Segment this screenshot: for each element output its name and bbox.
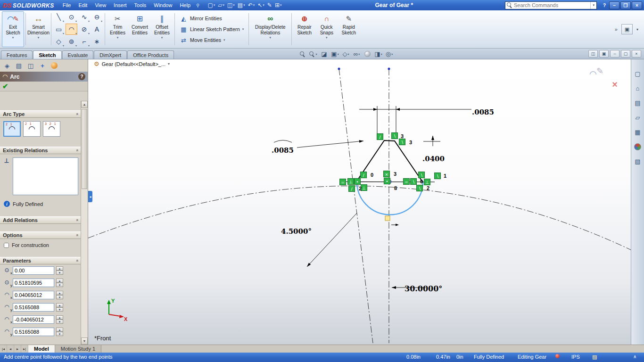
- dimension-left[interactable]: .0085: [272, 146, 294, 155]
- panel-splitter-handle[interactable]: ◂: [88, 191, 92, 202]
- doc-window-icon-1[interactable]: ◫: [588, 50, 598, 58]
- mirror-entities-button[interactable]: ◭ Mirror Entities: [178, 14, 246, 23]
- cancel-sketch-button[interactable]: ×: [612, 79, 618, 90]
- tab-scroll-prev[interactable]: ◂: [7, 345, 14, 353]
- design-library-icon[interactable]: ▤: [633, 98, 643, 107]
- panel-scrollbar[interactable]: ▲ ▼: [81, 101, 88, 345]
- menu-view[interactable]: View: [91, 0, 110, 10]
- options-button[interactable]: ⊞▾: [273, 1, 283, 9]
- centerpoint-arc-type-button[interactable]: ◠ 2 1: [3, 121, 21, 137]
- linear-sketch-pattern-button[interactable]: ▦ Linear Sketch Pattern ▾: [178, 25, 246, 34]
- units-selector[interactable]: IPS: [571, 354, 580, 360]
- close-button[interactable]: ×: [632, 1, 642, 9]
- menu-file[interactable]: File: [59, 0, 75, 10]
- sketch-fillet-tool[interactable]: ⌐▾: [78, 36, 90, 47]
- custom-properties-icon[interactable]: ▧: [633, 156, 643, 166]
- feature-tree-root-label[interactable]: Gear (Default<<Default>_...: [102, 61, 165, 67]
- trim-entities-button[interactable]: ✂ Trim Entities ▾: [107, 11, 129, 47]
- menu-help[interactable]: Help: [176, 0, 194, 10]
- configurationmanager-tab[interactable]: ◫: [25, 61, 36, 70]
- zoom-to-fit-button[interactable]: [298, 49, 307, 58]
- tab-scroll-last[interactable]: ▸|: [21, 345, 28, 353]
- tab-dimxpert[interactable]: DimXpert: [94, 50, 127, 59]
- scrollbar-thumb[interactable]: [82, 109, 87, 189]
- spline-tool[interactable]: ∿▾: [78, 11, 90, 23]
- featuremanager-tab[interactable]: ◈: [2, 61, 12, 70]
- ok-button[interactable]: ✔: [2, 82, 8, 90]
- appearances-scenes-icon[interactable]: [633, 142, 643, 151]
- display-delete-relations-button[interactable]: ∞ Display/Delete Relations ▾: [250, 11, 290, 47]
- move-entities-button[interactable]: ⇄ Move Entities ▾: [178, 36, 246, 45]
- exit-sketch-caret[interactable]: ▾: [12, 36, 14, 40]
- repair-sketch-button[interactable]: ⊕ Repair Sketch: [293, 11, 315, 47]
- section-view-button[interactable]: ◪: [320, 49, 329, 58]
- smart-dimension-caret[interactable]: ▾: [38, 36, 40, 40]
- move-entities-caret[interactable]: ▾: [223, 38, 225, 42]
- dimension-angle-large[interactable]: 30.0000°: [405, 284, 442, 293]
- help-button[interactable]: ?: [601, 1, 608, 9]
- quick-snaps-button[interactable]: ∩ Quick Snaps ▾: [315, 11, 338, 47]
- section-parameters[interactable]: Parameters «: [0, 257, 81, 264]
- section-existing-relations[interactable]: Existing Relations «: [0, 147, 81, 154]
- menu-tools[interactable]: Tools: [131, 0, 150, 10]
- construction-circle-tool[interactable]: ⊚▾: [66, 36, 77, 47]
- section-arc-type[interactable]: Arc Type «: [0, 110, 81, 118]
- hide-show-items-button[interactable]: ∞▾: [352, 49, 361, 58]
- section-options[interactable]: Options «: [0, 231, 81, 239]
- doc-window-icon-2[interactable]: ▣: [599, 50, 609, 58]
- center-y-input[interactable]: [13, 279, 54, 287]
- dimxpertmanager-tab[interactable]: +: [37, 61, 48, 70]
- menu-pin-icon[interactable]: ⚲: [196, 3, 199, 8]
- scrollbar-up-button[interactable]: ▲: [81, 101, 88, 108]
- dimension-top[interactable]: .0085: [472, 108, 494, 116]
- zoom-to-area-button[interactable]: ▾: [309, 49, 318, 58]
- minimize-button[interactable]: –: [609, 1, 619, 9]
- solidworks-resources-icon[interactable]: ⌂: [633, 83, 643, 93]
- view-settings-button[interactable]: ◎▾: [385, 49, 394, 58]
- menu-edit[interactable]: Edit: [74, 0, 91, 10]
- convert-entities-button[interactable]: ⊞ Convert Entities: [129, 11, 151, 47]
- tab-sketch[interactable]: Sketch: [33, 50, 61, 59]
- end-x-spinner[interactable]: ▲▼: [56, 315, 63, 324]
- tab-office-products[interactable]: Office Products: [127, 50, 174, 59]
- collapse-chevron-icon[interactable]: «: [74, 113, 79, 115]
- center-y-spinner[interactable]: ▲▼: [56, 279, 63, 287]
- display-style-button[interactable]: ◇▾: [341, 49, 350, 58]
- new-document-button[interactable]: ▢▾: [206, 1, 216, 9]
- rectangle-tool[interactable]: ▭▾: [53, 24, 65, 35]
- open-button[interactable]: ▱▾: [216, 1, 226, 9]
- center-x-spinner[interactable]: ▲▼: [56, 266, 63, 275]
- end-y-spinner[interactable]: ▲▼: [56, 328, 63, 336]
- screen-capture-icon[interactable]: ▣: [621, 24, 633, 34]
- rapid-sketch-button[interactable]: ✎ Rapid Sketch: [338, 11, 360, 47]
- linear-pattern-caret[interactable]: ▾: [242, 27, 244, 31]
- tab-scroll-next[interactable]: ▸: [14, 345, 21, 353]
- doc-close-button[interactable]: ×: [632, 50, 641, 58]
- ribbon-options-caret[interactable]: ▾: [636, 27, 638, 32]
- tab-scroll-first[interactable]: |◂: [0, 345, 7, 353]
- pm-help-button[interactable]: ?: [78, 73, 85, 80]
- start-x-spinner[interactable]: ▲▼: [56, 291, 63, 299]
- status-collapse-chevron[interactable]: ∧: [633, 354, 636, 359]
- confirmation-corner-sketch-button[interactable]: ◠ ✎: [589, 66, 603, 79]
- select-button[interactable]: ↖▾: [256, 1, 266, 9]
- point-tool[interactable]: ∗: [91, 36, 103, 47]
- view-orientation-button[interactable]: ▣▾: [330, 49, 339, 58]
- scrollbar-down-button[interactable]: ▼: [81, 337, 88, 345]
- circle-tool[interactable]: ⊙▾: [66, 11, 77, 23]
- motion-study-tab[interactable]: Motion Study 1: [55, 345, 101, 353]
- sketch-canvas[interactable]: .0085 .0085 .0400 4.5000° 30.0000°: [88, 59, 631, 345]
- apply-scene-button[interactable]: ◨▾: [374, 49, 383, 58]
- exit-sketch-button[interactable]: ◠✎ Exit Sketch ▾: [2, 11, 24, 47]
- quick-snaps-caret[interactable]: ▾: [326, 36, 328, 40]
- line-tool[interactable]: ╲▾: [53, 11, 65, 23]
- start-y-spinner[interactable]: ▲▼: [56, 303, 63, 312]
- slot-tool[interactable]: ⊖▾: [91, 11, 103, 23]
- start-x-input[interactable]: [13, 291, 54, 299]
- section-add-relations[interactable]: Add Relations «: [0, 216, 81, 224]
- doc-minimize-button[interactable]: –: [610, 50, 619, 58]
- sketch-toggle-button[interactable]: ✎: [266, 1, 273, 9]
- edit-appearance-button[interactable]: [363, 49, 372, 58]
- tree-expand-icon[interactable]: ▾: [168, 62, 170, 66]
- smart-dimension-button[interactable]: ↔ Smart Dimension ▾: [27, 11, 50, 47]
